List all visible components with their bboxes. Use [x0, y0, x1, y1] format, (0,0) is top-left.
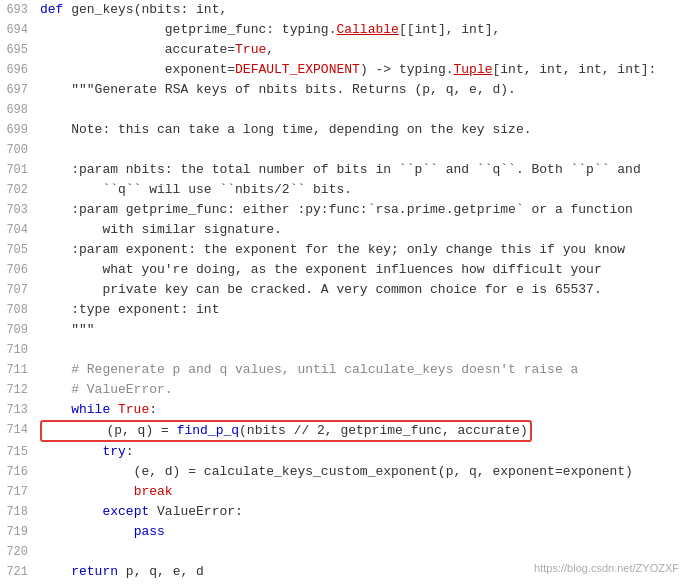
code-line: 711 # Regenerate p and q values, until c… — [0, 360, 689, 380]
line-number: 708 — [0, 300, 40, 320]
line-number: 720 — [0, 542, 40, 562]
line-content: # Regenerate p and q values, until calcu… — [40, 360, 689, 380]
code-line: 717 break — [0, 482, 689, 502]
code-line: 697 """Generate RSA keys of nbits bits. … — [0, 80, 689, 100]
docstring: with similar signature. — [40, 222, 282, 237]
line-content: (e, d) = calculate_keys_custom_exponent(… — [40, 462, 689, 482]
line-number: 721 — [0, 562, 40, 582]
line-content: getprime_func: typing.Callable[[int], in… — [40, 20, 689, 40]
code-line: 707 private key can be cracked. A very c… — [0, 280, 689, 300]
line-number: 712 — [0, 380, 40, 400]
line-content: # ValueError. — [40, 380, 689, 400]
line-number: 719 — [0, 522, 40, 542]
line-content: :param exponent: the exponent for the ke… — [40, 240, 689, 260]
line-number: 704 — [0, 220, 40, 240]
line-number: 699 — [0, 120, 40, 140]
line-content: :param nbits: the total number of bits i… — [40, 160, 689, 180]
line-number: 715 — [0, 442, 40, 462]
bool-value: True — [118, 402, 149, 417]
line-number: 700 — [0, 140, 40, 160]
comment: # Regenerate p and q values, until calcu… — [40, 362, 578, 377]
code-line: 704 with similar signature. — [0, 220, 689, 240]
code-line: 700 — [0, 140, 689, 160]
code-line: 702 ``q`` will use ``nbits/2`` bits. — [0, 180, 689, 200]
line-number: 709 — [0, 320, 40, 340]
keyword: while — [40, 402, 118, 417]
keyword-break: break — [134, 484, 173, 499]
line-content: def gen_keys(nbits: int, — [40, 0, 689, 20]
line-number: 713 — [0, 400, 40, 420]
constant: DEFAULT_EXPONENT — [235, 62, 360, 77]
line-number: 703 — [0, 200, 40, 220]
line-content: pass — [40, 522, 689, 542]
code-line: 715 try: — [0, 442, 689, 462]
code-line: 710 — [0, 340, 689, 360]
function-name: gen_keys — [71, 2, 133, 17]
watermark: https://blog.csdn.net/ZYOZXF — [534, 560, 679, 577]
line-content: accurate=True, — [40, 40, 689, 60]
line-number: 714 — [0, 420, 40, 440]
line-content: private key can be cracked. A very commo… — [40, 280, 689, 300]
line-content: :param getprime_func: either :py:func:`r… — [40, 200, 689, 220]
code-line: 701 :param nbits: the total number of bi… — [0, 160, 689, 180]
docstring: Note: this can take a long time, dependi… — [40, 122, 531, 137]
line-number: 710 — [0, 340, 40, 360]
line-content: except ValueError: — [40, 502, 689, 522]
code-line: 716 (e, d) = calculate_keys_custom_expon… — [0, 462, 689, 482]
line-number: 694 — [0, 20, 40, 40]
code-line: 693def gen_keys(nbits: int, — [0, 0, 689, 20]
line-number: 716 — [0, 462, 40, 482]
code-line: 699 Note: this can take a long time, dep… — [0, 120, 689, 140]
docstring: """ — [40, 322, 95, 337]
code-line: 696 exponent=DEFAULT_EXPONENT) -> typing… — [0, 60, 689, 80]
line-content: what you're doing, as the exponent influ… — [40, 260, 689, 280]
line-content: try: — [40, 442, 689, 462]
code-line: 705 :param exponent: the exponent for th… — [0, 240, 689, 260]
line-number: 698 — [0, 100, 40, 120]
code-line: 706 what you're doing, as the exponent i… — [0, 260, 689, 280]
type-tuple: Tuple — [454, 62, 493, 77]
line-content: Note: this can take a long time, dependi… — [40, 120, 689, 140]
line-content — [40, 340, 689, 360]
line-number: 696 — [0, 60, 40, 80]
line-number: 718 — [0, 502, 40, 522]
line-number: 701 — [0, 160, 40, 180]
line-number: 711 — [0, 360, 40, 380]
docstring: :param getprime_func: either :py:func:`r… — [40, 202, 633, 217]
line-number: 706 — [0, 260, 40, 280]
line-content: (p, q) = find_p_q(nbits // 2, getprime_f… — [40, 420, 689, 442]
code-line: 718 except ValueError: — [0, 502, 689, 522]
code-line: 709 """ — [0, 320, 689, 340]
code-line: 712 # ValueError. — [0, 380, 689, 400]
docstring: what you're doing, as the exponent influ… — [40, 262, 602, 277]
keyword-return: return — [71, 564, 118, 579]
keyword: try — [102, 444, 125, 459]
line-number: 693 — [0, 0, 40, 20]
line-content: :type exponent: int — [40, 300, 689, 320]
line-content: """ — [40, 320, 689, 340]
keyword: def — [40, 2, 71, 17]
code-line: 695 accurate=True, — [0, 40, 689, 60]
code-line: 703 :param getprime_func: either :py:fun… — [0, 200, 689, 220]
line-number: 702 — [0, 180, 40, 200]
line-number: 717 — [0, 482, 40, 502]
code-line: 713 while True: — [0, 400, 689, 420]
code-line: 714 (p, q) = find_p_q(nbits // 2, getpri… — [0, 420, 689, 442]
line-number: 695 — [0, 40, 40, 60]
line-number: 697 — [0, 80, 40, 100]
docstring: private key can be cracked. A very commo… — [40, 282, 602, 297]
code-line: 719 pass — [0, 522, 689, 542]
line-number: 705 — [0, 240, 40, 260]
line-number: 707 — [0, 280, 40, 300]
comment: # ValueError. — [40, 382, 173, 397]
line-content: """Generate RSA keys of nbits bits. Retu… — [40, 80, 689, 100]
line-content: ``q`` will use ``nbits/2`` bits. — [40, 180, 689, 200]
code-line: 694 getprime_func: typing.Callable[[int]… — [0, 20, 689, 40]
keyword-pass: pass — [134, 524, 165, 539]
line-content: with similar signature. — [40, 220, 689, 240]
code-container: 693def gen_keys(nbits: int,694 getprime_… — [0, 0, 689, 584]
docstring: """Generate RSA keys of nbits bits. Retu… — [71, 82, 516, 97]
code-line: 698 — [0, 100, 689, 120]
docstring: :param exponent: the exponent for the ke… — [40, 242, 625, 257]
docstring: ``q`` will use ``nbits/2`` bits. — [40, 182, 352, 197]
